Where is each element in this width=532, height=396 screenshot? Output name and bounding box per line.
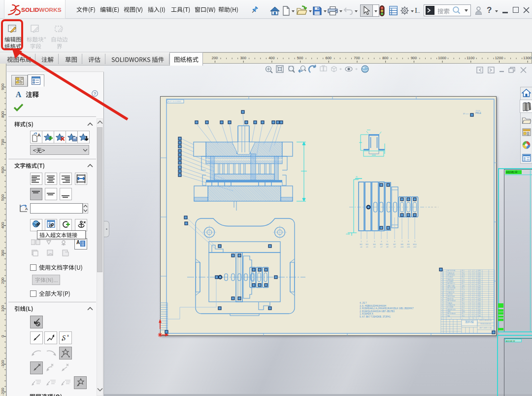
svg-text:-100: -100 — [0, 360, 5, 368]
svg-text:A: A — [76, 240, 80, 245]
svg-text:1100: 1100 — [466, 56, 474, 60]
svg-text:x6: x6 — [373, 246, 375, 248]
svg-text:1: 1 — [474, 300, 475, 302]
svg-text:x4: x4 — [360, 246, 362, 248]
svg-text:A 3 T 4 4-20301: A 3 T 4 4-20301 — [168, 101, 181, 103]
svg-text:20M: 20M — [346, 233, 350, 235]
svg-text:Q035: Q035 — [477, 270, 481, 272]
svg-text:M9: M9 — [407, 244, 409, 246]
svg-text:6: 6 — [442, 304, 443, 306]
svg-text:2: 2 — [470, 315, 471, 317]
svg-text:x10: x10 — [400, 246, 403, 248]
svg-text:7: 7 — [401, 241, 402, 243]
svg-text:2: 2 — [366, 241, 367, 243]
svg-text:45-1: 45-1 — [462, 300, 465, 302]
svg-text:4: 4 — [381, 241, 382, 243]
svg-text:65-5: 65-5 — [462, 309, 465, 311]
svg-text:3: 3 — [470, 300, 471, 302]
svg-text:6: 6 — [394, 241, 395, 243]
svg-text:18: 18 — [442, 279, 444, 281]
svg-text:Q2-3: Q2-3 — [462, 274, 465, 276]
svg-text:GB 2089 1.2: GB 2089 1.2 — [447, 283, 455, 285]
svg-text:100: 100 — [0, 305, 5, 312]
svg-text:T8-1: T8-1 — [462, 315, 465, 317]
svg-text:65-7: 65-7 — [462, 283, 465, 285]
svg-text:GB 119-86 6: GB 119-86 6 — [447, 274, 455, 276]
svg-text:x9: x9 — [394, 246, 396, 248]
svg-text:Q435: Q435 — [477, 279, 481, 281]
svg-text:Q035: Q035 — [477, 289, 481, 291]
svg-text:13: 13 — [442, 289, 444, 291]
svg-text:4. JS 7: 4. JS 7 — [360, 302, 367, 304]
svg-text:A: A — [37, 133, 41, 138]
svg-text:8: 8 — [408, 241, 409, 243]
svg-text:M7: M7 — [393, 244, 396, 246]
svg-text:900: 900 — [411, 56, 417, 60]
svg-text:45-7: 45-7 — [462, 313, 465, 315]
svg-text:x11: x11 — [407, 246, 410, 248]
svg-text:#: # — [469, 318, 470, 320]
svg-text:2: 2 — [442, 313, 443, 315]
svg-text:2: 2 — [474, 289, 475, 291]
svg-text:1000: 1000 — [438, 56, 446, 60]
svg-text:16: 16 — [442, 283, 444, 285]
svg-text:#: # — [441, 318, 442, 320]
svg-text:M8: M8 — [400, 244, 403, 246]
svg-text:M10: M10 — [413, 244, 416, 246]
svg-text:3: 3 — [470, 274, 471, 276]
svg-text:200: 200 — [0, 277, 5, 284]
svg-text:Q535: Q535 — [477, 300, 481, 302]
svg-text:600: 600 — [0, 166, 5, 173]
svg-text:1: 1 — [470, 287, 471, 289]
svg-text:#: # — [473, 318, 474, 320]
svg-text:700: 700 — [354, 56, 360, 60]
svg-text:XXXJ-LLM-001-00: XXXJ-LLM-001-00 — [479, 320, 492, 322]
svg-text:37: 37 — [463, 113, 465, 115]
svg-text:Q735: Q735 — [477, 304, 481, 306]
svg-text:2: 2 — [470, 289, 471, 291]
svg-text:Cr-3: Cr-3 — [462, 304, 465, 306]
svg-text:1: 1 — [474, 274, 475, 276]
svg-text:2. RJSHDAKLJ.A,JHKAHDJKAHJDLK: 2. RJSHDAKLJ.A,JHKAHDJKAHJDLK GB1 JB20HK… — [360, 307, 414, 310]
svg-text:400: 400 — [268, 56, 275, 60]
svg-text:-200: -200 — [0, 388, 5, 396]
svg-text:GB 70-85 M6: GB 70-85 M6 — [447, 270, 456, 272]
svg-text:20: 20 — [442, 274, 444, 276]
svg-text:GB/T 14689 1:1 A1: GB/T 14689 1:1 A1 — [479, 327, 492, 329]
svg-text:1. RJSHDK A: 1. RJSHDK A — [360, 313, 374, 315]
svg-text:GB2089 2x10: GB2089 2x10 — [447, 309, 456, 311]
svg-text:5. A7. BK7 TJSHDKB. 3TJFH1: 5. A7. BK7 TJSHDKB. 3TJFH1 — [360, 316, 391, 318]
svg-text:1: 1 — [470, 295, 471, 297]
svg-text:PRLE: PRLE — [475, 112, 481, 114]
svg-text:35: 35 — [356, 176, 358, 178]
svg-text:8: 8 — [442, 300, 443, 302]
svg-text:9: 9 — [414, 241, 415, 243]
svg-text:2: 2 — [474, 315, 475, 317]
svg-text:0: 0 — [0, 335, 5, 337]
svg-text:Cr-3: Cr-3 — [462, 289, 465, 291]
svg-text:1: 1 — [474, 313, 475, 315]
svg-text:45-1: 45-1 — [462, 270, 465, 272]
svg-text:1: 1 — [470, 270, 471, 272]
svg-text:XXLM-2008-001: XXLM-2008-001 — [480, 323, 491, 325]
svg-text:1300: 1300 — [523, 56, 532, 60]
svg-text:1: 1 — [474, 309, 475, 311]
svg-text:GB119 8x40: GB119 8x40 — [447, 295, 455, 297]
svg-text:1: 1 — [361, 241, 362, 243]
svg-text:5: 5 — [387, 241, 388, 243]
svg-text:1: 1 — [474, 287, 475, 289]
svg-text:1: 1 — [470, 304, 471, 306]
svg-text:2. RJAKSLDJAKDJA GB7-JB17B3: 2. RJAKSLDJAKDJA GB7-JB17B3 — [360, 310, 395, 313]
svg-text:1: 1 — [474, 283, 475, 285]
svg-text:3. A. HSBKAJDHKAHKAH: 3. A. HSBKAJDHKAHKAH — [360, 305, 386, 307]
svg-text:M3: M3 — [366, 244, 368, 246]
svg-text:Q235: Q235 — [477, 274, 481, 276]
svg-text:1: 1 — [442, 315, 443, 317]
svg-text:4: 4 — [442, 309, 443, 311]
svg-text:800: 800 — [382, 56, 389, 60]
svg-text:14: 14 — [442, 287, 444, 289]
svg-text:Q335: Q335 — [477, 315, 481, 317]
svg-text:Q635: Q635 — [477, 283, 481, 285]
svg-text:T8A 56-60: T8A 56-60 — [447, 279, 454, 281]
svg-text:500: 500 — [0, 194, 5, 201]
